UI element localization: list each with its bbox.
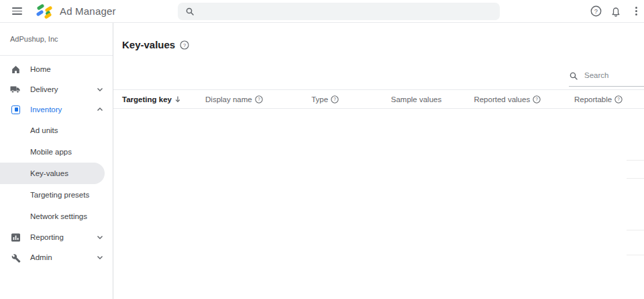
- table-search[interactable]: [569, 71, 644, 87]
- chevron-down-icon: [97, 234, 103, 241]
- main-content: Key-values ? Targeting key: [113, 23, 644, 299]
- row-separator-fragment: [627, 255, 644, 255]
- chevron-down-icon: [97, 86, 103, 93]
- menu-icon[interactable]: [12, 7, 22, 15]
- sidebar-item-ad-units[interactable]: Ad units: [0, 120, 113, 141]
- svg-text:?: ?: [617, 97, 620, 101]
- sidebar-item-key-values[interactable]: Key-values: [0, 163, 105, 184]
- help-icon[interactable]: ?: [180, 40, 189, 50]
- help-icon[interactable]: ?: [589, 5, 602, 18]
- sidebar-item-label: Delivery: [30, 85, 58, 93]
- page-title-row: Key-values ?: [122, 39, 189, 50]
- topbar: Ad Manager ?: [0, 0, 644, 23]
- table-header: Targeting key Display name ? Type: [113, 89, 644, 109]
- inventory-icon: [10, 104, 21, 115]
- column-header-type[interactable]: Type ?: [280, 95, 371, 103]
- sidebar-item-label: Inventory: [30, 105, 62, 114]
- topbar-actions: ?: [589, 5, 644, 18]
- sidebar-item-mobile-apps[interactable]: Mobile apps: [0, 141, 113, 163]
- home-icon: [10, 64, 21, 75]
- sort-descending-arrow-icon: [174, 95, 181, 103]
- sidebar-item-admin[interactable]: Admin: [0, 247, 113, 267]
- svg-text:?: ?: [594, 7, 597, 15]
- help-icon[interactable]: ?: [533, 95, 541, 103]
- notifications-bell-icon[interactable]: [609, 5, 623, 18]
- table-body-empty: [113, 109, 644, 299]
- help-icon[interactable]: ?: [614, 95, 623, 103]
- help-icon[interactable]: ?: [255, 95, 263, 103]
- sidebar-item-label: Home: [30, 65, 51, 73]
- sidebar-item-network-settings[interactable]: Network settings: [0, 206, 113, 227]
- sidebar-item-label: Admin: [30, 253, 52, 261]
- chevron-down-icon: [97, 254, 103, 261]
- table-search-input[interactable]: [584, 71, 631, 79]
- reporting-chart-icon: [10, 232, 21, 243]
- column-header-reported-values[interactable]: Reported values ?: [462, 95, 553, 103]
- delivery-truck-icon: [10, 84, 21, 95]
- help-icon[interactable]: ?: [331, 95, 339, 103]
- sidebar-item-label: Reporting: [30, 233, 64, 241]
- column-header-sample-values[interactable]: Sample values: [371, 95, 462, 103]
- sidebar: AdPushup, Inc Home: [0, 23, 113, 299]
- row-separator-fragment: [627, 230, 644, 230]
- admin-wrench-icon: [10, 252, 21, 263]
- svg-text:?: ?: [333, 97, 336, 101]
- column-header-display-name[interactable]: Display name ?: [189, 95, 280, 103]
- sidebar-item-home[interactable]: Home: [0, 59, 113, 79]
- search-icon: [185, 7, 195, 16]
- row-separator-fragment: [627, 178, 644, 179]
- chevron-up-icon: [97, 106, 103, 113]
- sidebar-item-inventory[interactable]: Inventory: [0, 99, 113, 120]
- page-title: Key-values: [122, 39, 175, 50]
- ad-manager-logo-icon: [36, 3, 54, 20]
- column-header-targeting-key[interactable]: Targeting key: [113, 95, 189, 103]
- search-icon: [569, 71, 578, 81]
- more-options-kebab-icon[interactable]: [629, 5, 643, 18]
- global-search[interactable]: [178, 3, 500, 20]
- sidebar-item-reporting[interactable]: Reporting: [0, 227, 113, 247]
- global-search-input[interactable]: [200, 7, 500, 16]
- sidebar-nav: Home Delivery: [0, 56, 113, 267]
- svg-text:?: ?: [258, 97, 260, 101]
- product-name: Ad Manager: [60, 5, 116, 17]
- svg-text:?: ?: [535, 97, 538, 101]
- network-name: AdPushup, Inc: [0, 23, 113, 56]
- sidebar-item-delivery[interactable]: Delivery: [0, 79, 113, 99]
- row-separator-fragment: [627, 160, 644, 161]
- column-header-reportable[interactable]: Reportable ?: [553, 95, 644, 103]
- ad-manager-app: Ad Manager ?: [0, 0, 644, 299]
- sidebar-item-targeting-presets[interactable]: Targeting presets: [0, 184, 113, 206]
- svg-text:?: ?: [183, 42, 186, 48]
